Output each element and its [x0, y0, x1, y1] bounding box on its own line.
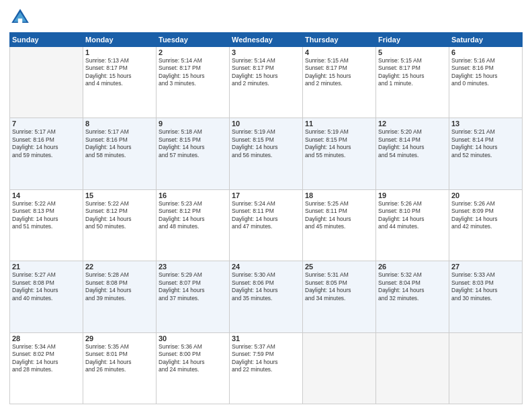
day-info: Sunrise: 5:22 AM Sunset: 8:12 PM Dayligh… [85, 200, 154, 231]
logo-icon [9, 7, 31, 28]
header [9, 7, 523, 28]
calendar-cell: 10Sunrise: 5:19 AM Sunset: 8:15 PM Dayli… [230, 118, 303, 189]
day-info: Sunrise: 5:13 AM Sunset: 8:17 PM Dayligh… [85, 57, 154, 88]
day-number: 20 [451, 191, 520, 199]
day-number: 12 [378, 120, 447, 128]
day-info: Sunrise: 5:16 AM Sunset: 8:16 PM Dayligh… [451, 57, 520, 88]
calendar-table: SundayMondayTuesdayWednesdayThursdayFrid… [9, 32, 523, 404]
calendar-cell: 14Sunrise: 5:22 AM Sunset: 8:13 PM Dayli… [10, 189, 83, 261]
day-info: Sunrise: 5:22 AM Sunset: 8:13 PM Dayligh… [12, 200, 81, 231]
calendar-cell: 29Sunrise: 5:35 AM Sunset: 8:01 PM Dayli… [83, 332, 157, 404]
calendar-cell: 8Sunrise: 5:17 AM Sunset: 8:16 PM Daylig… [83, 118, 157, 189]
day-info: Sunrise: 5:15 AM Sunset: 8:17 PM Dayligh… [378, 57, 447, 88]
day-number: 6 [451, 48, 520, 56]
day-info: Sunrise: 5:37 AM Sunset: 7:59 PM Dayligh… [232, 343, 300, 374]
day-number: 27 [451, 263, 520, 271]
day-number: 30 [159, 334, 227, 342]
day-number: 15 [85, 191, 154, 199]
weekday-header: Tuesday [157, 33, 230, 47]
calendar-cell: 31Sunrise: 5:37 AM Sunset: 7:59 PM Dayli… [230, 332, 303, 404]
calendar-cell: 1Sunrise: 5:13 AM Sunset: 8:17 PM Daylig… [83, 47, 157, 118]
calendar-cell: 9Sunrise: 5:18 AM Sunset: 8:15 PM Daylig… [157, 118, 230, 189]
calendar-cell [376, 332, 449, 404]
calendar-cell: 22Sunrise: 5:28 AM Sunset: 8:08 PM Dayli… [83, 261, 157, 332]
calendar-cell [10, 47, 83, 118]
calendar-cell: 7Sunrise: 5:17 AM Sunset: 8:16 PM Daylig… [10, 118, 83, 189]
day-number: 2 [159, 48, 227, 56]
day-info: Sunrise: 5:21 AM Sunset: 8:14 PM Dayligh… [451, 128, 520, 159]
calendar-cell: 2Sunrise: 5:14 AM Sunset: 8:17 PM Daylig… [157, 47, 230, 118]
day-info: Sunrise: 5:14 AM Sunset: 8:17 PM Dayligh… [232, 57, 300, 88]
calendar-cell: 5Sunrise: 5:15 AM Sunset: 8:17 PM Daylig… [376, 47, 449, 118]
calendar-cell [449, 332, 523, 404]
calendar-cell: 3Sunrise: 5:14 AM Sunset: 8:17 PM Daylig… [230, 47, 303, 118]
calendar-cell: 6Sunrise: 5:16 AM Sunset: 8:16 PM Daylig… [449, 47, 523, 118]
calendar-cell [303, 332, 376, 404]
day-number: 16 [159, 191, 227, 199]
day-number: 22 [85, 263, 154, 271]
weekday-header: Wednesday [230, 33, 303, 47]
day-number: 18 [305, 191, 373, 199]
day-info: Sunrise: 5:33 AM Sunset: 8:03 PM Dayligh… [451, 271, 520, 302]
calendar-cell: 26Sunrise: 5:32 AM Sunset: 8:04 PM Dayli… [376, 261, 449, 332]
day-number: 8 [85, 120, 154, 128]
calendar-cell: 21Sunrise: 5:27 AM Sunset: 8:08 PM Dayli… [10, 261, 83, 332]
day-info: Sunrise: 5:17 AM Sunset: 8:16 PM Dayligh… [12, 128, 81, 159]
calendar-cell: 12Sunrise: 5:20 AM Sunset: 8:14 PM Dayli… [376, 118, 449, 189]
day-number: 5 [378, 48, 447, 56]
calendar-cell: 28Sunrise: 5:34 AM Sunset: 8:02 PM Dayli… [10, 332, 83, 404]
day-info: Sunrise: 5:24 AM Sunset: 8:11 PM Dayligh… [232, 200, 300, 231]
day-info: Sunrise: 5:31 AM Sunset: 8:05 PM Dayligh… [305, 271, 373, 302]
day-number: 31 [232, 334, 300, 342]
day-info: Sunrise: 5:29 AM Sunset: 8:07 PM Dayligh… [159, 271, 227, 302]
weekday-header: Thursday [303, 33, 376, 47]
weekday-header: Saturday [449, 33, 523, 47]
day-number: 11 [305, 120, 373, 128]
day-info: Sunrise: 5:19 AM Sunset: 8:15 PM Dayligh… [232, 128, 300, 159]
calendar-cell: 16Sunrise: 5:23 AM Sunset: 8:12 PM Dayli… [157, 189, 230, 261]
calendar-cell: 27Sunrise: 5:33 AM Sunset: 8:03 PM Dayli… [449, 261, 523, 332]
day-info: Sunrise: 5:23 AM Sunset: 8:12 PM Dayligh… [159, 200, 227, 231]
day-number: 9 [159, 120, 227, 128]
day-number: 3 [232, 48, 300, 56]
day-number: 24 [232, 263, 300, 271]
day-number: 25 [305, 263, 373, 271]
day-number: 29 [85, 334, 154, 342]
weekday-header: Friday [376, 33, 449, 47]
day-number: 17 [232, 191, 300, 199]
day-info: Sunrise: 5:26 AM Sunset: 8:09 PM Dayligh… [451, 200, 520, 231]
day-info: Sunrise: 5:32 AM Sunset: 8:04 PM Dayligh… [378, 271, 447, 302]
calendar-cell: 13Sunrise: 5:21 AM Sunset: 8:14 PM Dayli… [449, 118, 523, 189]
day-info: Sunrise: 5:15 AM Sunset: 8:17 PM Dayligh… [305, 57, 373, 88]
calendar-cell: 17Sunrise: 5:24 AM Sunset: 8:11 PM Dayli… [230, 189, 303, 261]
day-number: 1 [85, 48, 154, 56]
day-info: Sunrise: 5:34 AM Sunset: 8:02 PM Dayligh… [12, 343, 81, 374]
calendar-cell: 15Sunrise: 5:22 AM Sunset: 8:12 PM Dayli… [83, 189, 157, 261]
day-info: Sunrise: 5:30 AM Sunset: 8:06 PM Dayligh… [232, 271, 300, 302]
day-number: 28 [12, 334, 81, 342]
calendar-cell: 20Sunrise: 5:26 AM Sunset: 8:09 PM Dayli… [449, 189, 523, 261]
day-number: 10 [232, 120, 300, 128]
calendar-cell: 4Sunrise: 5:15 AM Sunset: 8:17 PM Daylig… [303, 47, 376, 118]
weekday-header: Sunday [10, 33, 83, 47]
calendar-cell: 24Sunrise: 5:30 AM Sunset: 8:06 PM Dayli… [230, 261, 303, 332]
calendar-cell: 30Sunrise: 5:36 AM Sunset: 8:00 PM Dayli… [157, 332, 230, 404]
day-info: Sunrise: 5:35 AM Sunset: 8:01 PM Dayligh… [85, 343, 154, 374]
calendar-cell: 18Sunrise: 5:25 AM Sunset: 8:11 PM Dayli… [303, 189, 376, 261]
day-info: Sunrise: 5:17 AM Sunset: 8:16 PM Dayligh… [85, 128, 154, 159]
day-info: Sunrise: 5:27 AM Sunset: 8:08 PM Dayligh… [12, 271, 81, 302]
day-number: 19 [378, 191, 447, 199]
day-info: Sunrise: 5:25 AM Sunset: 8:11 PM Dayligh… [305, 200, 373, 231]
calendar-cell: 19Sunrise: 5:26 AM Sunset: 8:10 PM Dayli… [376, 189, 449, 261]
day-info: Sunrise: 5:28 AM Sunset: 8:08 PM Dayligh… [85, 271, 154, 302]
day-info: Sunrise: 5:20 AM Sunset: 8:14 PM Dayligh… [378, 128, 447, 159]
calendar-cell: 11Sunrise: 5:19 AM Sunset: 8:15 PM Dayli… [303, 118, 376, 189]
weekday-header: Monday [83, 33, 157, 47]
day-info: Sunrise: 5:14 AM Sunset: 8:17 PM Dayligh… [159, 57, 227, 88]
page: SundayMondayTuesdayWednesdayThursdayFrid… [0, 0, 532, 411]
day-number: 26 [378, 263, 447, 271]
day-number: 14 [12, 191, 81, 199]
day-number: 7 [12, 120, 81, 128]
day-number: 23 [159, 263, 227, 271]
day-number: 4 [305, 48, 373, 56]
